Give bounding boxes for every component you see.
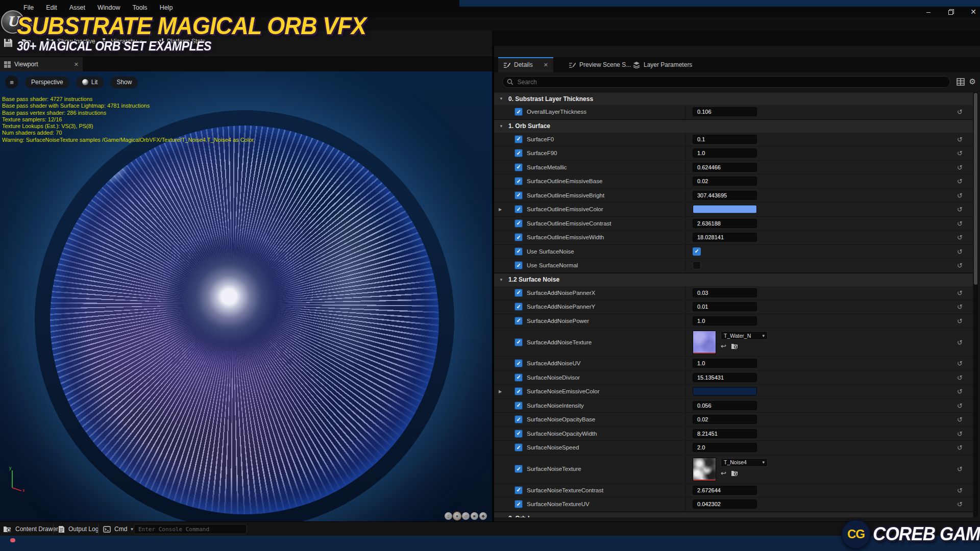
property-checkbox[interactable]: ✓ — [514, 373, 523, 382]
minimize-button[interactable]: – — [924, 7, 933, 16]
property-value-input[interactable]: 0.02 — [693, 177, 757, 186]
reset-to-default-icon[interactable]: ↺ — [957, 444, 963, 452]
tab-details[interactable]: Details ✕ — [498, 57, 553, 72]
property-checkbox[interactable]: ✓ — [514, 465, 523, 473]
reset-to-default-icon[interactable]: ↺ — [957, 219, 963, 227]
reset-to-default-icon[interactable]: ↺ — [957, 430, 963, 437]
reset-to-default-icon[interactable]: ↺ — [957, 247, 963, 255]
expander-icon[interactable]: ▶ — [499, 207, 502, 212]
property-value-input[interactable]: 0.056 — [693, 401, 757, 410]
property-checkbox[interactable]: ✓ — [514, 191, 523, 199]
color-swatch[interactable] — [693, 205, 757, 214]
menu-item-asset[interactable]: Asset — [69, 4, 85, 11]
section-expander-icon[interactable]: ▼ — [499, 278, 503, 282]
cylinder-preview-button[interactable]: ▯ — [445, 512, 452, 520]
reset-to-default-icon[interactable]: ↺ — [957, 135, 963, 143]
search-input[interactable] — [517, 78, 946, 86]
browse-to-asset-icon[interactable] — [731, 343, 738, 349]
grid-view-icon[interactable] — [957, 78, 965, 86]
reset-to-default-icon[interactable]: ↺ — [957, 486, 963, 494]
property-value-input[interactable]: 2.672644 — [693, 486, 757, 495]
property-checkbox[interactable]: ✓ — [514, 261, 523, 269]
reset-to-default-icon[interactable]: ↺ — [957, 416, 963, 423]
output-log-button[interactable]: Output Log — [58, 522, 99, 536]
reset-to-default-icon[interactable]: ↺ — [957, 388, 963, 395]
property-value-input[interactable]: 2.0 — [693, 443, 757, 452]
cube-preview-button[interactable]: ■ — [471, 512, 478, 520]
property-checkbox[interactable]: ✓ — [514, 443, 523, 452]
reset-to-default-icon[interactable]: ↺ — [957, 108, 963, 116]
use-selected-asset-icon[interactable]: ↩ — [721, 342, 726, 350]
property-value-input[interactable]: 8.21451 — [693, 429, 757, 438]
property-value-input[interactable]: 1.0 — [693, 148, 757, 158]
property-value-input[interactable]: 1.0 — [693, 359, 757, 368]
property-checkbox[interactable]: ✓ — [514, 163, 523, 171]
property-checkbox[interactable]: ✓ — [514, 500, 523, 508]
reset-to-default-icon[interactable]: ↺ — [957, 373, 963, 381]
reset-to-default-icon[interactable]: ↺ — [957, 303, 963, 311]
content-drawer-button[interactable]: Content Drawer — [3, 522, 58, 536]
property-checkbox[interactable]: ✓ — [514, 359, 523, 367]
property-checkbox[interactable]: ✓ — [514, 247, 523, 256]
viewport-options-button[interactable]: ≡ — [5, 76, 18, 89]
reset-to-default-icon[interactable]: ↺ — [957, 500, 963, 508]
menu-item-edit[interactable]: Edit — [46, 4, 57, 11]
property-checkbox[interactable]: ✓ — [514, 149, 523, 157]
details-scrollbar[interactable] — [973, 92, 978, 517]
property-checkbox[interactable]: ✓ — [514, 135, 523, 143]
property-checkbox[interactable]: ✓ — [514, 338, 523, 346]
close-button[interactable]: ✕ — [969, 7, 978, 16]
property-checkbox[interactable]: ✓ — [514, 303, 523, 311]
reset-to-default-icon[interactable]: ↺ — [957, 178, 963, 185]
tab-preview-scene-settings[interactable]: Preview Scene S... — [564, 57, 636, 72]
reset-to-default-icon[interactable]: ↺ — [957, 234, 963, 241]
teapot-preview-button[interactable]: ◆ — [479, 512, 487, 520]
property-value-input[interactable]: 0.106 — [693, 107, 757, 116]
expander-icon[interactable]: ▶ — [499, 389, 502, 394]
property-checkbox[interactable]: ✓ — [514, 486, 523, 494]
texture-thumbnail[interactable] — [693, 331, 716, 354]
property-value-input[interactable]: 0.1 — [693, 135, 757, 144]
property-value-input[interactable]: 0.01 — [693, 302, 757, 311]
viewport-tab-close-icon[interactable]: ✕ — [74, 61, 79, 68]
property-checkbox[interactable]: ✓ — [514, 289, 523, 297]
property-value-input[interactable]: 18.028141 — [693, 233, 757, 242]
lit-button[interactable]: Lit — [76, 77, 104, 88]
reset-to-default-icon[interactable]: ↺ — [957, 465, 963, 473]
property-value-input[interactable]: 0.042302 — [693, 499, 757, 509]
reset-to-default-icon[interactable]: ↺ — [957, 262, 963, 269]
texture-thumbnail[interactable] — [693, 458, 716, 481]
viewport[interactable]: ≡ Perspective Lit Show Base pass shader:… — [0, 71, 492, 521]
menu-item-tools[interactable]: Tools — [132, 4, 147, 11]
reset-to-default-icon[interactable]: ↺ — [957, 163, 963, 171]
reset-to-default-icon[interactable]: ↺ — [957, 317, 963, 324]
search-box[interactable] — [502, 76, 950, 88]
section-expander-icon[interactable]: ▼ — [499, 516, 503, 518]
menu-item-window[interactable]: Window — [97, 4, 120, 11]
save-button[interactable] — [3, 38, 13, 48]
property-value-input[interactable]: 307.443695 — [693, 191, 757, 200]
scrollbar-thumb[interactable] — [974, 93, 977, 285]
reset-to-default-icon[interactable]: ↺ — [957, 191, 963, 199]
property-checkbox[interactable]: ✓ — [514, 430, 523, 438]
property-checkbox[interactable]: ✓ — [514, 233, 523, 241]
tab-layer-parameters[interactable]: Layer Parameters — [628, 57, 697, 72]
browse-to-asset-icon[interactable] — [731, 470, 738, 477]
section-expander-icon[interactable]: ▼ — [499, 124, 503, 129]
viewport-tab[interactable]: Viewport ✕ — [0, 57, 83, 71]
property-value-input[interactable]: 2.636188 — [693, 219, 757, 228]
color-swatch[interactable] — [693, 387, 757, 396]
value-checkbox[interactable] — [693, 261, 701, 269]
property-value-input[interactable]: 0.624466 — [693, 163, 757, 172]
property-value-input[interactable]: 1.0 — [693, 316, 757, 325]
property-value-input[interactable]: 0.03 — [693, 288, 757, 297]
sphere-preview-button[interactable]: ● — [453, 512, 461, 520]
property-checkbox[interactable]: ✓ — [514, 387, 523, 395]
gear-icon[interactable]: ⚙ — [969, 77, 976, 86]
use-selected-asset-icon[interactable]: ↩ — [721, 469, 726, 477]
plane-preview-button[interactable]: ▱ — [462, 512, 470, 520]
property-value-input[interactable]: 0.02 — [693, 415, 757, 424]
menu-item-help[interactable]: Help — [160, 4, 173, 11]
reset-to-default-icon[interactable]: ↺ — [957, 289, 963, 296]
texture-combobox[interactable]: T_Noise4▾ — [721, 458, 768, 467]
